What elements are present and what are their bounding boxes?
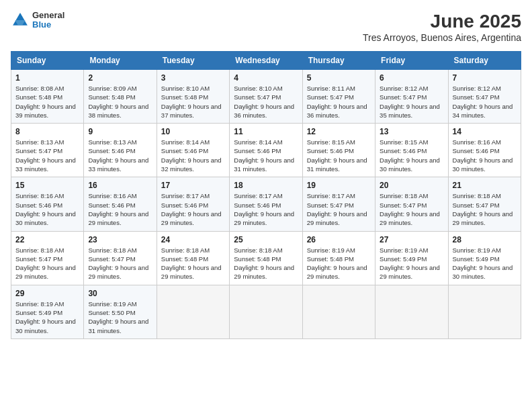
day-number: 10	[161, 127, 225, 136]
weekday-header-tuesday: Tuesday	[157, 52, 229, 70]
day-number: 7	[453, 73, 517, 83]
day-number: 18	[234, 181, 298, 190]
calendar-body: 1Sunrise: 8:08 AMSunset: 5:48 PMDaylight…	[11, 70, 521, 339]
weekday-header-wednesday: Wednesday	[230, 52, 302, 70]
day-number: 25	[234, 235, 298, 244]
calendar-cell: 23Sunrise: 8:18 AMSunset: 5:47 PMDayligh…	[84, 231, 157, 285]
calendar-week-3: 15Sunrise: 8:16 AMSunset: 5:46 PMDayligh…	[11, 177, 521, 231]
day-number: 21	[453, 181, 517, 190]
header: General Blue June 2025 Tres Arroyos, Bue…	[11, 11, 521, 43]
calendar-cell: 24Sunrise: 8:18 AMSunset: 5:48 PMDayligh…	[157, 231, 229, 285]
cell-sunrise: Sunrise: 8:18 AMSunset: 5:47 PMDaylight:…	[380, 192, 440, 226]
calendar-cell: 28Sunrise: 8:19 AMSunset: 5:49 PMDayligh…	[448, 231, 521, 285]
day-number: 8	[15, 127, 79, 136]
cell-sunrise: Sunrise: 8:12 AMSunset: 5:47 PMDaylight:…	[453, 85, 513, 119]
calendar-cell	[375, 285, 448, 338]
day-number: 14	[453, 127, 517, 136]
day-number: 1	[15, 73, 79, 83]
cell-sunrise: Sunrise: 8:18 AMSunset: 5:47 PMDaylight:…	[15, 246, 76, 281]
day-number: 28	[453, 235, 517, 244]
weekday-header-friday: Friday	[375, 52, 448, 70]
day-number: 29	[15, 289, 79, 298]
weekday-header-thursday: Thursday	[302, 52, 375, 70]
calendar-cell: 4Sunrise: 8:10 AMSunset: 5:47 PMDaylight…	[230, 70, 302, 124]
cell-sunrise: Sunrise: 8:15 AMSunset: 5:46 PMDaylight:…	[307, 138, 367, 173]
logo-icon	[11, 11, 30, 30]
page-subtitle: Tres Arroyos, Buenos Aires, Argentina	[363, 32, 521, 43]
day-number: 5	[307, 73, 371, 83]
calendar-cell: 27Sunrise: 8:19 AMSunset: 5:49 PMDayligh…	[375, 231, 448, 285]
cell-sunrise: Sunrise: 8:18 AMSunset: 5:47 PMDaylight:…	[453, 192, 513, 226]
cell-sunrise: Sunrise: 8:15 AMSunset: 5:46 PMDaylight:…	[380, 138, 440, 173]
day-number: 27	[380, 235, 443, 244]
title-block: June 2025 Tres Arroyos, Buenos Aires, Ar…	[363, 11, 521, 43]
cell-sunrise: Sunrise: 8:17 AMSunset: 5:46 PMDaylight:…	[161, 192, 222, 226]
cell-sunrise: Sunrise: 8:09 AMSunset: 5:48 PMDaylight:…	[88, 85, 148, 119]
cell-sunrise: Sunrise: 8:10 AMSunset: 5:47 PMDaylight:…	[234, 85, 294, 119]
logo-text: General Blue	[32, 11, 64, 30]
calendar-cell: 25Sunrise: 8:18 AMSunset: 5:48 PMDayligh…	[230, 231, 302, 285]
day-number: 30	[88, 289, 152, 298]
calendar-cell: 7Sunrise: 8:12 AMSunset: 5:47 PMDaylight…	[448, 70, 521, 124]
calendar-cell: 26Sunrise: 8:19 AMSunset: 5:48 PMDayligh…	[302, 231, 375, 285]
calendar-cell: 10Sunrise: 8:14 AMSunset: 5:46 PMDayligh…	[157, 124, 229, 177]
calendar-cell: 6Sunrise: 8:12 AMSunset: 5:47 PMDaylight…	[375, 70, 448, 124]
day-number: 20	[380, 181, 443, 190]
day-number: 23	[88, 235, 152, 244]
day-number: 9	[88, 127, 152, 136]
day-number: 3	[161, 73, 225, 83]
calendar-cell: 14Sunrise: 8:16 AMSunset: 5:46 PMDayligh…	[448, 124, 521, 177]
cell-sunrise: Sunrise: 8:10 AMSunset: 5:48 PMDaylight:…	[161, 85, 222, 119]
calendar-cell: 16Sunrise: 8:16 AMSunset: 5:46 PMDayligh…	[84, 177, 157, 231]
cell-sunrise: Sunrise: 8:16 AMSunset: 5:46 PMDaylight:…	[88, 192, 148, 226]
page-title: June 2025	[363, 11, 521, 32]
weekday-header-sunday: Sunday	[11, 52, 84, 70]
calendar-cell: 5Sunrise: 8:11 AMSunset: 5:47 PMDaylight…	[302, 70, 375, 124]
calendar-cell: 11Sunrise: 8:14 AMSunset: 5:46 PMDayligh…	[230, 124, 302, 177]
calendar-cell: 15Sunrise: 8:16 AMSunset: 5:46 PMDayligh…	[11, 177, 84, 231]
calendar-cell: 30Sunrise: 8:19 AMSunset: 5:50 PMDayligh…	[84, 285, 157, 338]
cell-sunrise: Sunrise: 8:19 AMSunset: 5:49 PMDaylight:…	[453, 246, 513, 281]
calendar-cell: 1Sunrise: 8:08 AMSunset: 5:48 PMDaylight…	[11, 70, 84, 124]
cell-sunrise: Sunrise: 8:19 AMSunset: 5:49 PMDaylight:…	[15, 300, 76, 334]
cell-sunrise: Sunrise: 8:14 AMSunset: 5:46 PMDaylight:…	[234, 138, 294, 173]
day-number: 2	[88, 73, 152, 83]
calendar-table: SundayMondayTuesdayWednesdayThursdayFrid…	[11, 51, 521, 339]
calendar-cell	[302, 285, 375, 338]
cell-sunrise: Sunrise: 8:18 AMSunset: 5:48 PMDaylight:…	[161, 246, 222, 281]
cell-sunrise: Sunrise: 8:19 AMSunset: 5:50 PMDaylight:…	[88, 300, 148, 334]
cell-sunrise: Sunrise: 8:16 AMSunset: 5:46 PMDaylight:…	[15, 192, 76, 226]
calendar-week-2: 8Sunrise: 8:13 AMSunset: 5:47 PMDaylight…	[11, 124, 521, 177]
day-number: 16	[88, 181, 152, 190]
calendar-cell: 17Sunrise: 8:17 AMSunset: 5:46 PMDayligh…	[157, 177, 229, 231]
logo-general: General	[32, 11, 64, 20]
cell-sunrise: Sunrise: 8:19 AMSunset: 5:48 PMDaylight:…	[307, 246, 367, 281]
day-number: 26	[307, 235, 371, 244]
cell-sunrise: Sunrise: 8:19 AMSunset: 5:49 PMDaylight:…	[380, 246, 440, 281]
calendar-cell: 12Sunrise: 8:15 AMSunset: 5:46 PMDayligh…	[302, 124, 375, 177]
logo-blue: Blue	[32, 20, 64, 30]
logo: General Blue	[11, 11, 64, 30]
day-number: 6	[380, 73, 443, 83]
calendar-cell: 3Sunrise: 8:10 AMSunset: 5:48 PMDaylight…	[157, 70, 229, 124]
calendar-header: SundayMondayTuesdayWednesdayThursdayFrid…	[11, 52, 521, 70]
day-number: 4	[234, 73, 298, 83]
calendar-cell: 13Sunrise: 8:15 AMSunset: 5:46 PMDayligh…	[375, 124, 448, 177]
day-number: 15	[15, 181, 79, 190]
calendar-cell	[230, 285, 302, 338]
calendar-cell: 9Sunrise: 8:13 AMSunset: 5:46 PMDaylight…	[84, 124, 157, 177]
cell-sunrise: Sunrise: 8:17 AMSunset: 5:47 PMDaylight:…	[307, 192, 367, 226]
calendar-cell: 21Sunrise: 8:18 AMSunset: 5:47 PMDayligh…	[448, 177, 521, 231]
day-number: 24	[161, 235, 225, 244]
calendar-cell: 18Sunrise: 8:17 AMSunset: 5:46 PMDayligh…	[230, 177, 302, 231]
day-number: 13	[380, 127, 443, 136]
cell-sunrise: Sunrise: 8:18 AMSunset: 5:47 PMDaylight:…	[88, 246, 148, 281]
weekday-row: SundayMondayTuesdayWednesdayThursdayFrid…	[11, 52, 521, 70]
calendar-cell: 2Sunrise: 8:09 AMSunset: 5:48 PMDaylight…	[84, 70, 157, 124]
cell-sunrise: Sunrise: 8:08 AMSunset: 5:48 PMDaylight:…	[15, 85, 76, 119]
calendar-cell: 19Sunrise: 8:17 AMSunset: 5:47 PMDayligh…	[302, 177, 375, 231]
cell-sunrise: Sunrise: 8:12 AMSunset: 5:47 PMDaylight:…	[380, 85, 440, 119]
calendar-cell: 29Sunrise: 8:19 AMSunset: 5:49 PMDayligh…	[11, 285, 84, 338]
calendar-cell: 20Sunrise: 8:18 AMSunset: 5:47 PMDayligh…	[375, 177, 448, 231]
day-number: 17	[161, 181, 225, 190]
